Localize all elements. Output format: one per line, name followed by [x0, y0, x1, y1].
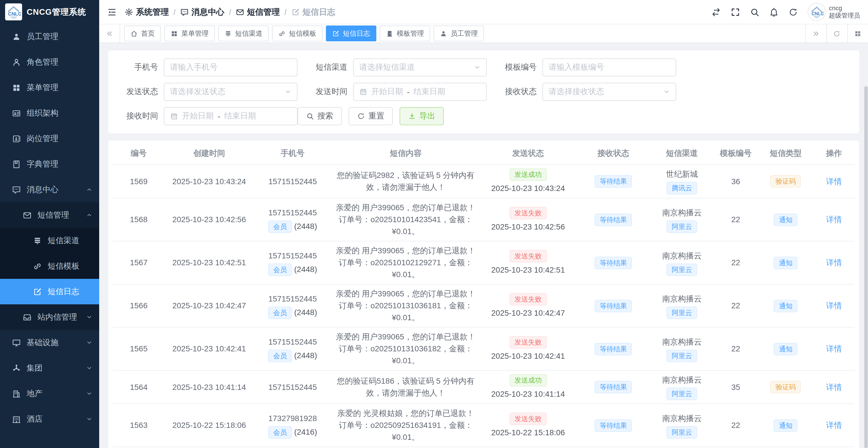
- sidebar-item-sms-management[interactable]: 短信管理: [0, 202, 99, 228]
- breadcrumb-separator: /: [174, 7, 176, 17]
- refresh-icon: [357, 112, 365, 120]
- send-status-badge: 发送失败: [509, 293, 547, 305]
- mail-icon: [23, 211, 32, 220]
- tab-sms-channel[interactable]: 短信渠道: [218, 26, 269, 41]
- app-logo: CNCG管理系统: [0, 0, 99, 24]
- sidebar-item-org[interactable]: 组织架构: [0, 100, 99, 126]
- user-menu[interactable]: cncg超级管理员: [807, 3, 860, 21]
- breadcrumb-separator: /: [229, 7, 231, 17]
- edit-icon: [332, 30, 340, 37]
- export-button[interactable]: 导出: [400, 107, 444, 125]
- sidebar-item-posts[interactable]: 岗位管理: [0, 126, 99, 151]
- send-status-filter-label: 发送状态: [108, 87, 164, 97]
- sidebar: CNCG管理系统 员工管理 角色管理 菜单管理 组织架构 岗位管理 字典管理 消…: [0, 0, 99, 448]
- channel-select[interactable]: 请选择短信渠道: [353, 58, 487, 76]
- channel-badge: 阿里云: [667, 306, 698, 319]
- detail-link[interactable]: 详情: [826, 382, 842, 391]
- tab-sms-log[interactable]: 短信日志: [326, 26, 376, 41]
- notification-button[interactable]: [769, 7, 778, 17]
- member-badge: 会员: [268, 263, 292, 276]
- link-icon: [33, 261, 42, 270]
- hotel-icon: [12, 415, 21, 424]
- refresh-icon: [788, 7, 798, 17]
- recv-status-badge: 等待结果: [594, 299, 632, 312]
- breadcrumb-sms-log: 短信日志: [291, 6, 335, 17]
- col-phone: 手机号: [254, 143, 332, 165]
- breadcrumb: 系统管理 / 消息中心 / 短信管理 / 短信日志: [125, 6, 335, 17]
- detail-link[interactable]: 详情: [826, 258, 842, 267]
- sidebar-item-realestate[interactable]: 地产: [0, 381, 99, 406]
- search-button[interactable]: 搜索: [298, 107, 342, 125]
- tab-template-management[interactable]: 模板管理: [380, 26, 430, 41]
- send-status-badge: 发送失败: [509, 336, 547, 348]
- sidebar-item-sms-channel[interactable]: 短信渠道: [0, 228, 99, 253]
- col-content: 短信内容: [332, 143, 480, 165]
- sidebar-item-sms-log[interactable]: 短信日志: [0, 279, 99, 304]
- sidebar-item-hotel[interactable]: 酒店: [0, 406, 99, 432]
- refresh-button[interactable]: [788, 7, 798, 17]
- recv-status-select[interactable]: 请选择接收状态: [542, 83, 676, 101]
- sidebar-item-roles[interactable]: 角色管理: [0, 49, 99, 75]
- col-sms-type: 短信类型: [758, 143, 814, 165]
- swap-button[interactable]: [711, 7, 721, 17]
- tab-menus[interactable]: 菜单管理: [164, 26, 215, 41]
- page-scrollbar[interactable]: [864, 86, 867, 448]
- sidebar-item-menus[interactable]: 菜单管理: [0, 75, 99, 100]
- detail-link[interactable]: 详情: [826, 301, 842, 310]
- search-button[interactable]: [749, 7, 759, 17]
- sidebar-item-group[interactable]: 集团: [0, 355, 99, 381]
- sidebar-item-site-message[interactable]: 站内信管理: [0, 304, 99, 330]
- id-card-icon: [12, 108, 21, 118]
- phone-input[interactable]: 请输入手机号: [164, 58, 298, 76]
- sms-type-badge: 通知: [774, 256, 798, 269]
- detail-link[interactable]: 详情: [826, 344, 842, 353]
- link-icon: [278, 30, 286, 37]
- phone-filter-label: 手机号: [108, 62, 164, 72]
- detail-link[interactable]: 详情: [826, 177, 842, 186]
- send-status-badge: 发送失败: [509, 250, 547, 262]
- tabs-scroll-left-button[interactable]: [99, 24, 120, 42]
- swap-icon: [711, 7, 721, 17]
- col-id: 编号: [113, 143, 165, 165]
- sms-type-badge: 通知: [774, 213, 798, 226]
- tabs-scroll-right-button[interactable]: [805, 24, 826, 42]
- fullscreen-button[interactable]: [730, 7, 740, 17]
- col-send-status: 发送状态: [480, 143, 576, 165]
- sidebar-item-infrastructure[interactable]: 基础设施: [0, 330, 99, 355]
- breadcrumb-sms-management[interactable]: 短信管理: [236, 6, 280, 17]
- mail-icon: [236, 8, 244, 16]
- logo-mark-icon: [810, 5, 823, 19]
- send-time-range-picker[interactable]: 开始日期-结束日期: [353, 83, 487, 101]
- tab-sms-template[interactable]: 短信模板: [272, 26, 322, 41]
- chevron-double-left-icon: [106, 30, 113, 37]
- member-badge: 会员: [268, 220, 292, 233]
- recv-time-range-picker[interactable]: 开始日期-结束日期: [164, 107, 298, 125]
- home-icon: [130, 30, 138, 37]
- breadcrumb-system[interactable]: 系统管理: [125, 6, 169, 17]
- send-status-select[interactable]: 请选择发送状态: [164, 83, 298, 101]
- tab-employees[interactable]: 员工管理: [434, 26, 484, 41]
- template-no-input[interactable]: 请输入模板编号: [542, 58, 676, 76]
- recv-status-filter-label: 接收状态: [487, 87, 542, 97]
- detail-link[interactable]: 详情: [826, 215, 842, 224]
- sidebar-item-dictionary[interactable]: 字典管理: [0, 151, 99, 177]
- tabs-layout-button[interactable]: [847, 24, 868, 42]
- sms-log-table: 编号 创建时间 手机号 短信内容 发送状态 接收状态 短信渠道 模板编号 短信类…: [108, 140, 859, 448]
- stack-icon: [33, 236, 42, 245]
- sidebar-item-sms-template[interactable]: 短信模板: [0, 253, 99, 279]
- detail-link[interactable]: 详情: [826, 420, 842, 429]
- tab-home[interactable]: 首页: [124, 26, 161, 41]
- tabs-refresh-button[interactable]: [826, 24, 847, 42]
- breadcrumb-message-center[interactable]: 消息中心: [180, 6, 224, 17]
- grid-icon: [12, 83, 21, 92]
- sidebar-item-employees[interactable]: 员工管理: [0, 24, 99, 49]
- app-root: CNCG管理系统 员工管理 角色管理 菜单管理 组织架构 岗位管理 字典管理 消…: [0, 0, 868, 448]
- dictionary-icon: [12, 160, 21, 169]
- chevron-down-icon: [86, 340, 92, 346]
- reset-button[interactable]: 重置: [348, 107, 393, 125]
- sidebar-collapse-button[interactable]: [107, 7, 117, 17]
- recv-status-badge: 等待结果: [594, 213, 632, 226]
- sidebar-item-message-center[interactable]: 消息中心: [0, 177, 99, 202]
- channel-badge: 阿里云: [667, 263, 698, 276]
- table-row: 1564 2025-10-23 10:41:14 15715152445 您的验…: [113, 371, 855, 404]
